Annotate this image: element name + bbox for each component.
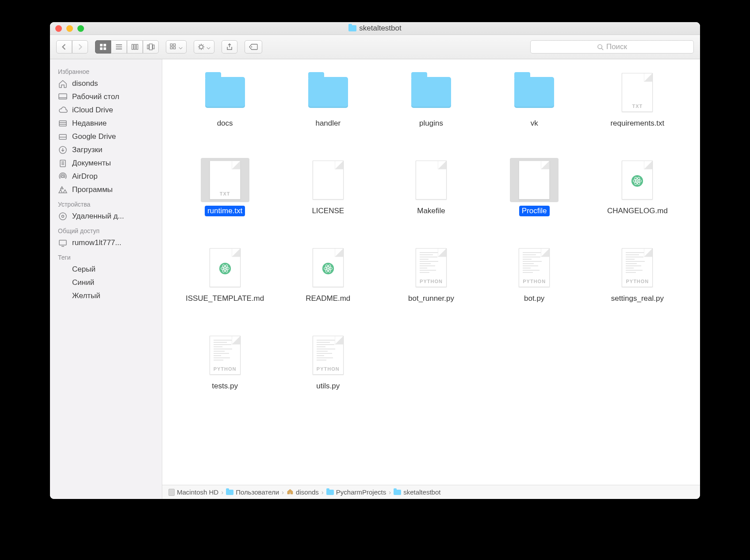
- tag-icon: [58, 278, 68, 287]
- arrange-button[interactable]: ⌵: [166, 40, 187, 54]
- path-label: Пользователи: [236, 488, 279, 496]
- file-icon: PYTHON: [407, 245, 455, 290]
- file-item[interactable]: PYTHONtests.py: [181, 333, 269, 413]
- sidebar-item-disonds[interactable]: disonds: [50, 77, 162, 90]
- svg-rect-10: [170, 44, 172, 46]
- window-title: sketaltestbot: [359, 24, 401, 33]
- sidebar-item-синий[interactable]: Синий: [50, 276, 162, 289]
- sidebar-item-недавние[interactable]: Недавние: [50, 117, 162, 130]
- sidebar-item-программы[interactable]: Программы: [50, 183, 162, 196]
- path-bar: Macintosh HD›Пользователи›disonds›Pychar…: [162, 485, 700, 499]
- file-item[interactable]: PYTHONbot.py: [490, 245, 578, 325]
- file-item[interactable]: README.md: [284, 245, 372, 325]
- path-segment[interactable]: Пользователи: [226, 488, 279, 496]
- apps-icon: [58, 185, 68, 194]
- sidebar: ИзбранноеdisondsРабочий столiCloud Drive…: [50, 59, 162, 499]
- file-item[interactable]: Procfile: [490, 158, 578, 238]
- file-icon: [304, 158, 352, 202]
- sidebar-item-rumow1lt777-[interactable]: rumow1lt777...: [50, 236, 162, 249]
- file-item[interactable]: PYTHONsettings_real.py: [593, 245, 681, 325]
- svg-rect-17: [59, 94, 67, 99]
- sidebar-heading: Устройства: [50, 196, 162, 210]
- sidebar-item-желтый[interactable]: Желтый: [50, 289, 162, 303]
- path-segment[interactable]: Macintosh HD: [168, 488, 218, 496]
- file-item[interactable]: LICENSE: [284, 158, 372, 238]
- sidebar-item-удаленный-д-[interactable]: Удаленный д...: [50, 210, 162, 223]
- svg-rect-6: [136, 44, 138, 49]
- sidebar-item-airdrop[interactable]: AirDrop: [50, 170, 162, 183]
- back-button[interactable]: [56, 40, 72, 54]
- file-icon: [510, 158, 559, 202]
- file-label: tests.py: [209, 381, 241, 391]
- column-view-button[interactable]: [127, 40, 143, 54]
- svg-point-23: [59, 213, 66, 220]
- file-item[interactable]: handler: [284, 70, 372, 150]
- sidebar-item-label: AirDrop: [72, 172, 98, 181]
- list-view-button[interactable]: [111, 40, 127, 54]
- svg-rect-7: [147, 45, 149, 49]
- icon-view-button[interactable]: [95, 40, 111, 54]
- file-item[interactable]: PYTHONutils.py: [284, 333, 372, 413]
- file-item[interactable]: PYTHONbot_runner.py: [387, 245, 475, 325]
- desktop-icon: [58, 92, 68, 101]
- sidebar-item-рабочий-стол[interactable]: Рабочий стол: [50, 90, 162, 104]
- file-label: Makefile: [414, 206, 448, 216]
- svg-point-40: [327, 268, 329, 269]
- sidebar-item-label: disonds: [72, 79, 98, 88]
- path-label: Macintosh HD: [177, 488, 218, 496]
- sidebar-item-icloud-drive[interactable]: iCloud Drive: [50, 104, 162, 117]
- main-area: docshandlerpluginsvkTXTrequirements.txtT…: [162, 59, 700, 499]
- forward-button[interactable]: [72, 40, 88, 54]
- file-label: handler: [313, 118, 343, 129]
- folder-icon: [304, 70, 352, 115]
- file-icon: [201, 245, 249, 290]
- svg-point-35: [224, 268, 226, 269]
- sidebar-item-серый[interactable]: Серый: [50, 263, 162, 276]
- file-label: CHANGELOG.md: [605, 206, 670, 216]
- sidebar-item-label: Документы: [72, 159, 111, 168]
- path-segment[interactable]: PycharmProjects: [326, 488, 386, 496]
- svg-rect-5: [134, 44, 135, 49]
- folder-icon: [201, 70, 249, 115]
- file-item[interactable]: TXTruntime.txt: [181, 158, 269, 238]
- sidebar-item-google-drive[interactable]: Google Drive: [50, 130, 162, 143]
- sidebar-item-label: Удаленный д...: [72, 212, 124, 221]
- file-label: ISSUE_TEMPLATE.md: [183, 293, 267, 304]
- chevron-right-icon: ›: [282, 488, 284, 496]
- sidebar-item-label: Загрузки: [72, 146, 102, 154]
- path-label: sketaltestbot: [403, 488, 440, 496]
- sidebar-heading: Избранное: [50, 64, 162, 77]
- file-item[interactable]: plugins: [387, 70, 475, 150]
- toolbar: ⌵ ⌵ Поиск: [50, 35, 700, 59]
- minimize-button[interactable]: [66, 25, 73, 32]
- sidebar-item-label: Недавние: [72, 119, 107, 128]
- coverflow-view-button[interactable]: [143, 40, 159, 54]
- home-icon: [58, 79, 68, 88]
- share-button[interactable]: [222, 40, 237, 54]
- file-label: vk: [528, 118, 541, 129]
- close-button[interactable]: [55, 25, 62, 32]
- sidebar-item-документы[interactable]: Документы: [50, 157, 162, 170]
- action-button[interactable]: ⌵: [194, 40, 214, 54]
- pc-icon: [58, 238, 68, 247]
- zoom-button[interactable]: [77, 25, 84, 32]
- path-segment[interactable]: disonds: [287, 488, 319, 496]
- file-grid[interactable]: docshandlerpluginsvkTXTrequirements.txtT…: [162, 59, 700, 485]
- svg-rect-11: [173, 44, 176, 46]
- path-segment[interactable]: sketaltestbot: [394, 488, 440, 496]
- downloads-icon: [58, 146, 68, 154]
- file-item[interactable]: TXTrequirements.txt: [593, 70, 681, 150]
- chevron-right-icon: ›: [389, 488, 391, 496]
- airdrop-icon: [58, 172, 68, 181]
- sidebar-item-label: iCloud Drive: [72, 106, 113, 115]
- file-label: utils.py: [314, 381, 342, 391]
- file-item[interactable]: vk: [490, 70, 578, 150]
- sidebar-item-загрузки[interactable]: Загрузки: [50, 143, 162, 157]
- svg-point-30: [637, 180, 639, 182]
- tags-button[interactable]: [245, 40, 262, 54]
- file-item[interactable]: ISSUE_TEMPLATE.md: [181, 245, 269, 325]
- file-item[interactable]: CHANGELOG.md: [593, 158, 681, 238]
- search-field[interactable]: Поиск: [530, 40, 694, 54]
- file-item[interactable]: Makefile: [387, 158, 475, 238]
- file-item[interactable]: docs: [181, 70, 269, 150]
